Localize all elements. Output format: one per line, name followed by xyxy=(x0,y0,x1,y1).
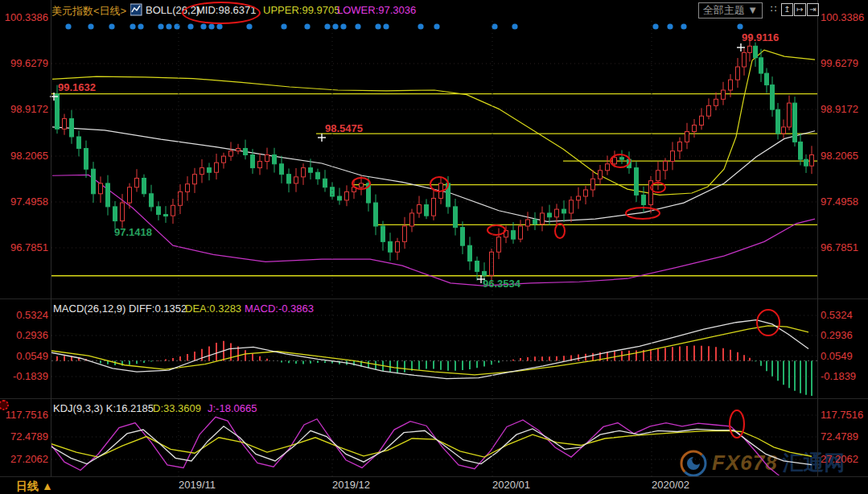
event-dot[interactable] xyxy=(138,23,143,29)
candle xyxy=(56,94,60,129)
chart-canvas[interactable] xyxy=(0,0,868,494)
event-dot[interactable] xyxy=(208,23,214,29)
candle xyxy=(613,158,617,164)
candle xyxy=(584,190,588,196)
macd-panel xyxy=(50,315,817,397)
candle xyxy=(265,155,269,162)
x-axis-label: 2020/01 xyxy=(492,479,530,491)
candle xyxy=(475,261,479,271)
y-axis-scale-icon[interactable]: ↥ xyxy=(781,3,793,16)
candle xyxy=(142,178,146,193)
panel-separator xyxy=(0,476,868,477)
event-dot[interactable] xyxy=(65,23,71,29)
candle xyxy=(331,187,335,196)
event-dot[interactable] xyxy=(281,23,286,29)
candle xyxy=(418,204,422,212)
candle xyxy=(374,203,378,226)
candle xyxy=(316,172,320,179)
candle xyxy=(258,162,262,168)
event-dot[interactable] xyxy=(174,23,179,29)
candle xyxy=(714,99,718,105)
x-axis-scale-icon[interactable]: ↦ xyxy=(794,3,806,16)
event-dot[interactable] xyxy=(200,23,206,29)
candle xyxy=(294,177,298,183)
boll-upper-value: UPPER:99.9705 xyxy=(263,4,339,16)
macd-dea-value: DEA:0.3283 xyxy=(185,303,241,315)
price-axis-label-right: 100.3386 xyxy=(821,11,864,23)
event-dot[interactable] xyxy=(383,23,389,29)
price-annotation: 96.3534 xyxy=(483,278,520,290)
candle xyxy=(323,179,327,187)
candle xyxy=(555,209,559,217)
event-dot[interactable] xyxy=(375,23,381,29)
event-dot[interactable] xyxy=(216,23,222,29)
candle xyxy=(70,118,74,137)
event-dot[interactable] xyxy=(324,23,330,29)
event-dot[interactable] xyxy=(332,23,338,29)
event-dot[interactable] xyxy=(166,23,171,29)
candle xyxy=(302,168,306,177)
candle xyxy=(754,46,758,57)
candle xyxy=(215,163,219,172)
candle xyxy=(345,191,349,200)
event-dot[interactable] xyxy=(355,23,360,29)
candle xyxy=(403,226,407,241)
chart-icon xyxy=(130,3,142,16)
event-dot[interactable] xyxy=(737,23,743,29)
event-dot[interactable] xyxy=(652,23,658,29)
panel-separator xyxy=(0,398,868,399)
candle xyxy=(280,164,284,175)
boll-mid-value: MID:98.6371 xyxy=(196,4,256,16)
macd-axis-label-right: -0.1839 xyxy=(821,370,856,382)
event-dot[interactable] xyxy=(88,23,93,29)
kdj-d-value: D:33.3609 xyxy=(153,402,201,414)
highlight-ellipse xyxy=(626,208,660,219)
candle xyxy=(743,52,747,67)
candle xyxy=(707,105,711,116)
period-selector[interactable]: 日线 ▲ xyxy=(16,480,53,494)
highlight-ellipse xyxy=(555,224,565,238)
event-dot[interactable] xyxy=(340,23,346,29)
event-dot[interactable] xyxy=(109,23,114,29)
event-dot[interactable] xyxy=(418,23,423,29)
event-dot[interactable] xyxy=(681,23,686,29)
price-axis-label-left: 98.9172 xyxy=(2,103,48,115)
event-dot[interactable] xyxy=(187,23,193,29)
candle xyxy=(788,103,792,127)
event-dot[interactable] xyxy=(246,23,252,29)
x-axis-label: 2019/11 xyxy=(179,479,216,491)
candle xyxy=(186,184,190,192)
scroll-right-icon[interactable]: ⇥ xyxy=(807,3,819,16)
macd-axis-label-left: 0.5324 xyxy=(2,309,48,321)
event-dot[interactable] xyxy=(512,23,517,29)
event-dot[interactable] xyxy=(130,23,135,29)
candle xyxy=(729,80,733,90)
kdj-j-value: J:-18.0665 xyxy=(208,402,257,414)
price-axis-label-right: 99.6279 xyxy=(821,57,858,69)
candle xyxy=(454,207,458,228)
kdj-indicator-label: KDJ(9,3,3) K:16.2185 xyxy=(53,402,154,414)
indicator-label: BOLL(26,2) xyxy=(146,4,200,16)
event-dot[interactable] xyxy=(492,23,497,29)
candle xyxy=(113,207,117,221)
event-dot[interactable] xyxy=(304,23,310,29)
theme-dropdown[interactable]: 全部主题 ▼ xyxy=(698,2,763,19)
candle xyxy=(99,183,103,194)
event-dot[interactable] xyxy=(158,23,163,29)
candle xyxy=(810,155,814,167)
candle xyxy=(671,151,675,162)
event-dot[interactable] xyxy=(434,23,439,29)
candle xyxy=(483,271,487,275)
candle xyxy=(490,252,494,275)
candle xyxy=(656,171,660,181)
event-dot[interactable] xyxy=(667,23,673,29)
candle xyxy=(121,203,125,221)
symbol-title: 美元指数<日线> xyxy=(51,4,126,19)
pan-tool-icon[interactable]: ∷ xyxy=(768,3,779,14)
price-axis-label-left: 100.3386 xyxy=(2,11,48,23)
candle xyxy=(338,196,342,200)
boll-lower-value: LOWER:97.3036 xyxy=(337,4,416,16)
candle xyxy=(685,132,689,142)
macd-axis-label-right: 0.5324 xyxy=(821,309,853,321)
candle xyxy=(84,148,88,169)
